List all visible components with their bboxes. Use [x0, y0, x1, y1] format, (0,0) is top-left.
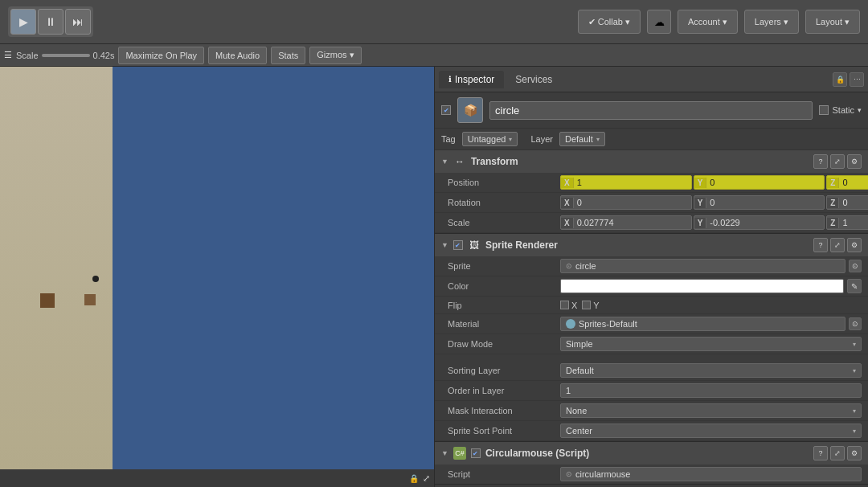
sorting-layer-row: Sorting Layer Default ▾: [435, 361, 868, 381]
tag-dropdown-arrow: ▾: [509, 136, 512, 143]
transform-menu-button[interactable]: ⚙: [847, 154, 862, 169]
layout-button[interactable]: Layout ▾: [805, 10, 860, 34]
transform-header[interactable]: ▼ ↔ Transform ? ⤢ ⚙: [435, 150, 868, 173]
stats-button[interactable]: Stats: [271, 47, 305, 64]
layer-value: Default: [565, 134, 593, 144]
lock-tab-button[interactable]: 🔒: [833, 72, 847, 87]
sprite-renderer-header[interactable]: ▼ ✔ 🖼 Sprite Renderer ? ⤢ ⚙: [435, 234, 868, 256]
scale-y-input[interactable]: [706, 216, 824, 229]
tab-inspector[interactable]: ℹ Inspector: [439, 71, 504, 88]
script-menu-button[interactable]: ⚙: [847, 446, 862, 460]
script-icon: C#: [453, 447, 466, 460]
material-link-button[interactable]: ⊙: [849, 317, 862, 330]
object-name-field[interactable]: [489, 101, 813, 120]
flip-y-checkbox[interactable]: [582, 301, 591, 309]
scale-x-field[interactable]: X: [560, 215, 692, 230]
step-button[interactable]: ⏭: [65, 9, 91, 35]
sprite-sort-point-select[interactable]: Center ▾: [560, 424, 862, 438]
sprite-renderer-menu-button[interactable]: ⚙: [847, 238, 862, 252]
position-y-field[interactable]: Y: [694, 175, 825, 190]
tab-services[interactable]: Services: [506, 71, 562, 88]
cloud-button[interactable]: ☁: [647, 10, 671, 34]
sorting-layer-select[interactable]: Default ▾: [560, 363, 862, 378]
position-z-field[interactable]: Z: [826, 175, 868, 190]
sprite-sort-point-row: Sprite Sort Point Center ▾: [435, 421, 868, 441]
tag-label: Tag: [441, 134, 456, 144]
transform-collapse-arrow: ▼: [441, 158, 448, 166]
mask-value-area: None ▾: [560, 403, 862, 418]
sprite-field[interactable]: ⊙ circle: [560, 259, 845, 273]
tab-inspector-label: Inspector: [455, 74, 494, 85]
mask-interaction-value: None: [566, 406, 587, 415]
more-options-button[interactable]: ⋯: [850, 72, 864, 87]
pause-button[interactable]: ⏸: [38, 9, 63, 35]
tag-dropdown[interactable]: Untagged ▾: [462, 132, 518, 146]
scale-z-input[interactable]: [839, 216, 868, 229]
mute-audio-button[interactable]: Mute Audio: [208, 47, 267, 64]
game-view[interactable]: 🔒 ⤢: [0, 67, 434, 487]
color-value-area: ✎: [560, 279, 862, 293]
script-field-icon: ⊙: [566, 470, 572, 478]
rotation-y-field[interactable]: Y: [694, 195, 825, 210]
script-header[interactable]: ▼ C# ✔ Circularmouse (Script) ? ⤢ ⚙: [435, 442, 868, 464]
cloud-icon: ☁: [654, 16, 665, 28]
position-x-input[interactable]: [574, 176, 691, 189]
position-x-label: X: [561, 178, 574, 188]
script-help-button[interactable]: ?: [813, 446, 828, 460]
lock-icon[interactable]: 🔒: [409, 474, 419, 483]
order-in-layer-input[interactable]: [560, 383, 862, 398]
static-dropdown-arrow[interactable]: ▾: [858, 106, 862, 114]
script-value: circularmouse: [575, 469, 630, 479]
rotation-x-field[interactable]: X: [560, 195, 692, 210]
sprite-renderer-title: Sprite Renderer: [485, 239, 809, 251]
scale-y-field[interactable]: Y: [694, 215, 825, 230]
transform-help-button[interactable]: ?: [813, 154, 828, 169]
sprite-link-button[interactable]: ⊙: [849, 260, 862, 272]
color-picker-button[interactable]: ✎: [847, 279, 862, 293]
material-field[interactable]: Sprites-Default: [560, 317, 845, 331]
scale-z-field[interactable]: Z: [826, 215, 868, 230]
sprite-renderer-component: ▼ ✔ 🖼 Sprite Renderer ? ⤢ ⚙ Sprite ⊙ cir…: [435, 234, 868, 442]
sprite-value-area: ⊙ circle ⊙: [560, 259, 862, 273]
layers-button[interactable]: Layers ▾: [744, 10, 799, 34]
script-field[interactable]: ⊙ circularmouse: [560, 467, 862, 481]
flip-x-checkbox[interactable]: [560, 301, 569, 309]
sprite-renderer-enabled-checkbox[interactable]: ✔: [453, 240, 463, 250]
static-checkbox[interactable]: [819, 105, 829, 115]
object-enabled-checkbox[interactable]: ✔: [441, 105, 451, 115]
draw-mode-value-area: Simple ▾: [560, 337, 862, 351]
rotation-x-input[interactable]: [574, 196, 691, 209]
scale-control: Scale 0.42s: [16, 51, 114, 60]
sprite-renderer-expand-button[interactable]: ⤢: [830, 238, 845, 252]
object-icon: 📦: [457, 97, 483, 123]
layer-label: Layer: [530, 134, 553, 144]
fullscreen-icon[interactable]: ⤢: [423, 473, 430, 484]
sprite-renderer-icon: 🖼: [468, 239, 481, 252]
rotation-z-input[interactable]: [839, 196, 868, 209]
color-swatch[interactable]: [560, 279, 844, 293]
panel-collapse-icon[interactable]: ☰: [4, 50, 12, 60]
maximize-on-play-button[interactable]: Maximize On Play: [118, 47, 204, 64]
sprite-field-icon: ⊙: [566, 262, 572, 270]
scale-slider[interactable]: [42, 54, 90, 57]
rotation-z-field[interactable]: Z: [826, 195, 868, 210]
material-value: Sprites-Default: [579, 319, 637, 329]
position-y-input[interactable]: [706, 176, 824, 189]
draw-mode-select[interactable]: Simple ▾: [560, 337, 862, 351]
position-z-input[interactable]: [839, 176, 868, 189]
collab-button[interactable]: ✔ Collab ▾: [578, 10, 641, 34]
script-value-area: ⊙ circularmouse: [560, 467, 862, 481]
play-button[interactable]: ▶: [10, 9, 36, 35]
transform-expand-button[interactable]: ⤢: [830, 154, 845, 169]
script-expand-button[interactable]: ⤢: [830, 446, 845, 460]
script-enabled-checkbox[interactable]: ✔: [471, 448, 481, 458]
rotation-y-input[interactable]: [706, 196, 824, 209]
sprite-renderer-help-button[interactable]: ?: [813, 238, 828, 252]
mask-interaction-select[interactable]: None ▾: [560, 403, 862, 418]
scale-y-label: Y: [694, 218, 707, 228]
scale-x-input[interactable]: [574, 216, 691, 229]
layer-dropdown[interactable]: Default ▾: [559, 132, 605, 146]
position-x-field[interactable]: X: [560, 175, 692, 190]
account-button[interactable]: Account ▾: [678, 10, 738, 34]
gizmos-button[interactable]: Gizmos ▾: [309, 47, 361, 64]
